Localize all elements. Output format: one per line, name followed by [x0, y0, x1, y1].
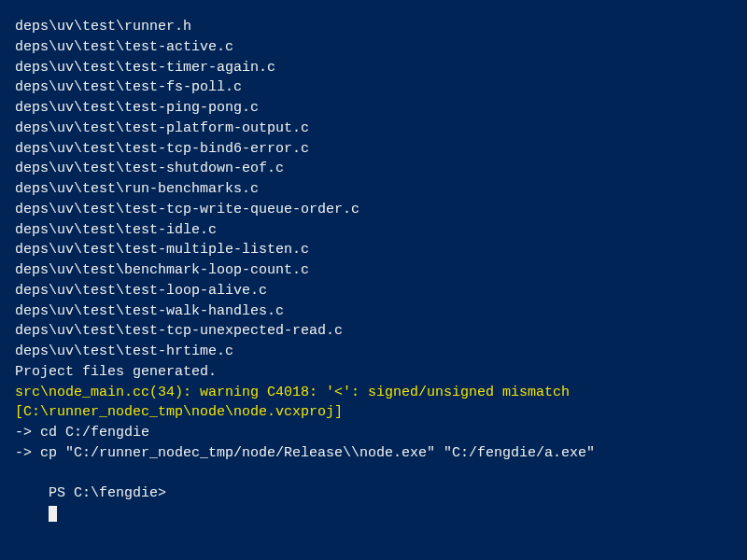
output-line: deps\uv\test\runner.h — [15, 17, 732, 37]
output-line: deps\uv\test\test-fs-poll.c — [15, 77, 732, 98]
powershell-terminal[interactable]: deps\uv\test\runner.h deps\uv\test\test-… — [15, 17, 732, 545]
output-line: deps\uv\test\test-tcp-write-queue-order.… — [15, 200, 732, 220]
output-line: deps\uv\test\test-timer-again.c — [15, 58, 732, 78]
command-echo-line: -> cp "C:/runner_nodec_tmp/node/Release\… — [15, 443, 732, 464]
output-line: deps\uv\test\test-tcp-bind6-error.c — [15, 139, 732, 160]
output-line: deps\uv\test\test-ping-pong.c — [15, 98, 732, 119]
output-line: deps\uv\test\test-platform-output.c — [15, 119, 732, 139]
output-line: deps\uv\test\run-benchmarks.c — [15, 179, 732, 200]
output-line: deps\uv\test\test-idle.c — [15, 220, 732, 241]
output-line: deps\uv\test\test-active.c — [15, 37, 732, 58]
output-line: deps\uv\test\test-loop-alive.c — [15, 281, 732, 301]
output-line: Project files generated. — [15, 362, 732, 383]
output-line: deps\uv\test\test-walk-handles.c — [15, 301, 732, 322]
output-line: deps\uv\test\benchmark-loop-count.c — [15, 260, 732, 281]
output-line: deps\uv\test\test-shutdown-eof.c — [15, 159, 732, 179]
output-line: deps\uv\test\test-hrtime.c — [15, 342, 732, 362]
output-line: deps\uv\test\test-tcp-unexpected-read.c — [15, 321, 732, 342]
cursor — [49, 506, 57, 522]
output-line: deps\uv\test\test-multiple-listen.c — [15, 240, 732, 260]
compiler-warning-line: src\node_main.cc(34): warning C4018: '<'… — [15, 383, 732, 424]
prompt-label: PS C:\fengdie> — [49, 485, 166, 501]
command-echo-line: -> cd C:/fengdie — [15, 423, 732, 443]
prompt-line[interactable]: PS C:\fengdie> — [15, 464, 732, 545]
